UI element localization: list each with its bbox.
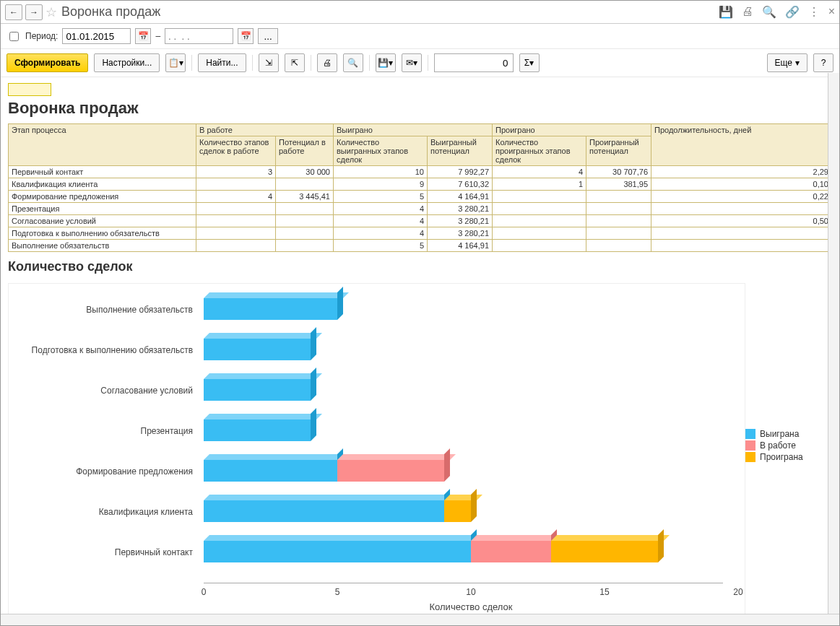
autosum-button[interactable]: Σ▾ [519,53,540,72]
chart-container: Выполнение обязательствПодготовка к выпо… [8,283,832,614]
calendar-to-button[interactable]: 📅 [238,28,254,44]
chart-x-tick: 10 [466,587,475,597]
table-row[interactable]: Квалификация клиента 9 7 610,32 1 381,95… [9,178,832,191]
toolbar-right: Еще ▾ ? [767,53,833,72]
titlebar-actions: 💾 🖨 🔍 🔗 ⋮ × [719,5,835,19]
horizontal-scrollbar[interactable] [1,614,839,625]
collapse-icon: ⇱ [291,58,298,68]
table-row[interactable]: Презентация 4 3 280,21 [9,203,832,215]
save-icon[interactable]: 💾 [719,5,733,19]
print-icon[interactable]: 🖨 [742,5,753,19]
cell-work-count [196,227,276,240]
period-picker-button[interactable]: ... [258,28,278,44]
table-row[interactable]: Выполнение обязательств 5 4 164,91 [9,240,832,252]
cell-work-count [196,240,276,252]
separator [428,55,428,71]
cell-stage: Первичный контакт [9,166,196,178]
th-duration: Продолжительность, дней [651,124,832,166]
calendar-from-button[interactable]: 📅 [135,28,151,44]
cell-won-pot: 7 992,27 [428,166,493,178]
chart-bar-segment[interactable] [204,339,311,360]
preview-icon[interactable]: 🔍 [762,5,776,19]
th-work-count: Количество этапов сделок в работе [196,136,276,166]
period-checkbox[interactable] [9,32,19,41]
chart-bar-segment[interactable] [204,500,444,522]
chart-bar-segment[interactable] [471,541,551,562]
chart-bar-segment[interactable] [204,419,311,441]
legend-item[interactable]: Выиграна [745,429,832,439]
collapse-button[interactable]: ⇱ [285,53,305,72]
date-from-input[interactable] [62,28,131,44]
chart-category-label: Презентация [9,426,193,436]
chart-bar-segment[interactable] [444,500,471,522]
cell-lost-count [493,227,586,240]
legend-label: Выиграна [760,429,799,439]
legend-item[interactable]: Проиграна [745,452,832,462]
link-icon[interactable]: 🔗 [785,5,800,19]
cell-work-pot [276,178,334,191]
cell-stage: Квалификация клиента [9,178,196,191]
sheet-tab[interactable] [8,83,51,96]
table-row[interactable]: Формирование предложения 4 3 445,41 5 4 … [9,191,832,203]
chart-bar-segment[interactable] [204,541,471,562]
cell-duration [651,203,832,215]
cell-lost-pot [586,191,651,203]
chart-bar-segment[interactable] [337,460,444,482]
expand-icon: ⇲ [265,58,272,68]
cell-won-count: 4 [334,203,428,215]
cell-work-pot [276,215,334,227]
more-icon[interactable]: ⋮ [808,5,820,19]
chart-x-tick: 0 [202,587,207,597]
cell-duration: 0,22 [651,191,832,203]
chart-bar-segment[interactable] [204,460,337,482]
chart-bar-segment[interactable] [551,541,658,562]
diskette-icon: 💾▾ [378,58,393,68]
legend-item[interactable]: В работе [745,440,832,451]
table-row[interactable]: Первичный контакт 3 30 000 10 7 992,27 4… [9,166,832,178]
table-row[interactable]: Согласование условий 4 3 280,21 0,50 [9,215,832,227]
page-title: Воронка продаж [61,4,160,19]
favorite-star-icon[interactable]: ☆ [46,4,57,20]
calendar-icon: 📅 [241,31,251,41]
legend-label: Проиграна [760,452,803,462]
save-button[interactable]: 💾▾ [376,53,396,72]
find-button[interactable]: Найти... [198,53,246,72]
cell-lost-count [493,203,586,215]
help-button[interactable]: ? [813,53,833,72]
more-button[interactable]: Еще ▾ [767,53,807,72]
cell-won-count: 4 [334,215,428,227]
nav-back-button[interactable]: ← [5,4,22,20]
chart-bar-segment[interactable] [204,379,311,401]
variants-button[interactable]: 📋▾ [165,53,186,72]
cell-work-pot [276,203,334,215]
cell-duration: 0,50 [651,215,832,227]
sum-input[interactable] [434,53,514,72]
period-bar: Период: 📅 – 📅 ... [1,24,839,49]
report-content[interactable]: Воронка продаж Этап процесса В работе Вы… [1,77,839,614]
cell-lost-pot: 30 707,76 [586,166,651,178]
chart-x-label: Количество сделок [430,601,513,612]
expand-button[interactable]: ⇲ [259,53,279,72]
vertical-scrollbar[interactable] [828,73,839,614]
cell-lost-count [493,215,586,227]
send-button[interactable]: ✉▾ [402,53,422,72]
preview-button[interactable]: 🔍 [343,53,363,72]
run-report-button[interactable]: Сформировать [7,53,88,72]
nav-forward-button[interactable]: → [25,4,43,20]
close-icon[interactable]: × [828,5,835,19]
chart-x-tick: 20 [733,587,742,597]
period-label: Период: [25,31,58,41]
cell-work-count [196,203,276,215]
chart-bar-segment[interactable] [204,298,337,320]
date-to-input[interactable] [165,28,233,44]
settings-button[interactable]: Настройки... [94,53,160,72]
magnifier-icon: 🔍 [347,58,358,68]
cell-won-pot: 4 164,91 [428,191,493,203]
cell-work-pot: 30 000 [276,166,334,178]
table-header-row: Этап процесса В работе Выиграно Проигран… [9,124,832,136]
print-button[interactable]: 🖨 [317,53,337,72]
toolbar: Сформировать Настройки... 📋▾ Найти... ⇲ … [1,49,839,77]
table-row[interactable]: Подготовка к выполнению обязательств 4 3… [9,227,832,240]
chart-category-label: Первичный контакт [9,547,193,557]
separator [252,55,253,71]
